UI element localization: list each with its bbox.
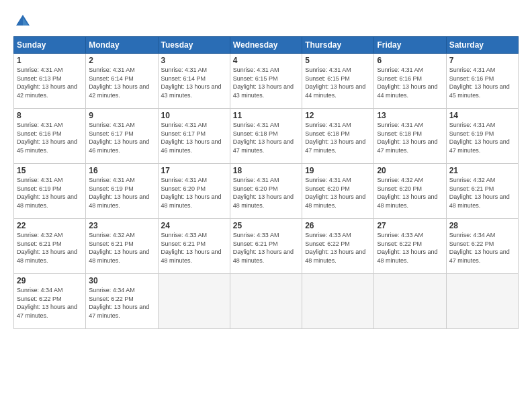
day-number: 25	[233, 221, 299, 230]
weekday-tuesday: Tuesday	[158, 37, 230, 54]
day-info: Sunrise: 4:31 AM Sunset: 6:16 PM Dayligh…	[377, 66, 443, 99]
week-row: 15Sunrise: 4:31 AM Sunset: 6:19 PM Dayli…	[14, 164, 519, 219]
day-number: 22	[17, 221, 83, 230]
day-cell: 17Sunrise: 4:31 AM Sunset: 6:20 PM Dayli…	[158, 164, 230, 219]
day-number: 27	[377, 221, 443, 230]
day-info: Sunrise: 4:31 AM Sunset: 6:14 PM Dayligh…	[89, 66, 154, 99]
day-info: Sunrise: 4:31 AM Sunset: 6:20 PM Dayligh…	[233, 176, 299, 210]
day-number: 13	[377, 111, 443, 120]
day-number: 15	[17, 166, 83, 175]
day-info: Sunrise: 4:32 AM Sunset: 6:21 PM Dayligh…	[17, 231, 83, 265]
day-info: Sunrise: 4:31 AM Sunset: 6:18 PM Dayligh…	[305, 121, 371, 154]
day-number: 29	[17, 276, 83, 285]
day-number: 9	[89, 111, 154, 120]
day-number: 28	[449, 221, 515, 230]
day-cell	[230, 274, 302, 329]
day-cell: 25Sunrise: 4:33 AM Sunset: 6:21 PM Dayli…	[230, 219, 302, 274]
day-cell: 5Sunrise: 4:31 AM Sunset: 6:15 PM Daylig…	[302, 54, 374, 109]
day-cell: 27Sunrise: 4:33 AM Sunset: 6:22 PM Dayli…	[374, 219, 446, 274]
day-info: Sunrise: 4:31 AM Sunset: 6:14 PM Dayligh…	[161, 66, 227, 99]
day-cell: 7Sunrise: 4:31 AM Sunset: 6:16 PM Daylig…	[446, 54, 518, 109]
day-number: 10	[161, 111, 227, 120]
day-number: 19	[305, 166, 371, 175]
day-info: Sunrise: 4:31 AM Sunset: 6:19 PM Dayligh…	[449, 121, 515, 154]
day-number: 24	[161, 221, 227, 230]
weekday-header-row: SundayMondayTuesdayWednesdayThursdayFrid…	[14, 37, 519, 54]
day-info: Sunrise: 4:31 AM Sunset: 6:17 PM Dayligh…	[161, 121, 227, 154]
day-cell: 10Sunrise: 4:31 AM Sunset: 6:17 PM Dayli…	[158, 109, 230, 164]
day-info: Sunrise: 4:31 AM Sunset: 6:15 PM Dayligh…	[305, 66, 371, 99]
day-info: Sunrise: 4:34 AM Sunset: 6:22 PM Dayligh…	[17, 286, 83, 320]
day-number: 7	[449, 56, 515, 65]
day-cell: 6Sunrise: 4:31 AM Sunset: 6:16 PM Daylig…	[374, 54, 446, 109]
day-cell: 23Sunrise: 4:32 AM Sunset: 6:21 PM Dayli…	[86, 219, 158, 274]
day-cell: 26Sunrise: 4:33 AM Sunset: 6:22 PM Dayli…	[302, 219, 374, 274]
day-info: Sunrise: 4:34 AM Sunset: 6:22 PM Dayligh…	[89, 286, 154, 320]
day-info: Sunrise: 4:32 AM Sunset: 6:21 PM Dayligh…	[449, 176, 515, 210]
day-cell: 13Sunrise: 4:31 AM Sunset: 6:18 PM Dayli…	[374, 109, 446, 164]
day-cell: 1Sunrise: 4:31 AM Sunset: 6:13 PM Daylig…	[14, 54, 86, 109]
day-number: 2	[89, 56, 154, 65]
calendar: SundayMondayTuesdayWednesdayThursdayFrid…	[13, 36, 519, 329]
weekday-friday: Friday	[374, 37, 446, 54]
day-cell: 8Sunrise: 4:31 AM Sunset: 6:16 PM Daylig…	[14, 109, 86, 164]
weekday-sunday: Sunday	[14, 37, 86, 54]
day-cell: 11Sunrise: 4:31 AM Sunset: 6:18 PM Dayli…	[230, 109, 302, 164]
day-cell: 16Sunrise: 4:31 AM Sunset: 6:19 PM Dayli…	[86, 164, 158, 219]
day-info: Sunrise: 4:33 AM Sunset: 6:21 PM Dayligh…	[233, 231, 299, 265]
day-info: Sunrise: 4:31 AM Sunset: 6:13 PM Dayligh…	[17, 66, 83, 99]
day-cell: 15Sunrise: 4:31 AM Sunset: 6:19 PM Dayli…	[14, 164, 86, 219]
day-cell	[158, 274, 230, 329]
day-number: 26	[305, 221, 371, 230]
day-info: Sunrise: 4:33 AM Sunset: 6:22 PM Dayligh…	[377, 231, 443, 265]
day-cell	[446, 274, 518, 329]
day-info: Sunrise: 4:31 AM Sunset: 6:15 PM Dayligh…	[233, 66, 299, 99]
day-number: 14	[449, 111, 515, 120]
day-info: Sunrise: 4:31 AM Sunset: 6:19 PM Dayligh…	[17, 176, 83, 210]
day-info: Sunrise: 4:32 AM Sunset: 6:20 PM Dayligh…	[377, 176, 443, 210]
day-number: 12	[305, 111, 371, 120]
day-cell: 12Sunrise: 4:31 AM Sunset: 6:18 PM Dayli…	[302, 109, 374, 164]
day-info: Sunrise: 4:33 AM Sunset: 6:22 PM Dayligh…	[305, 231, 371, 265]
day-cell: 18Sunrise: 4:31 AM Sunset: 6:20 PM Dayli…	[230, 164, 302, 219]
day-info: Sunrise: 4:31 AM Sunset: 6:20 PM Dayligh…	[161, 176, 227, 210]
day-cell: 24Sunrise: 4:33 AM Sunset: 6:21 PM Dayli…	[158, 219, 230, 274]
day-number: 11	[233, 111, 299, 120]
week-row: 29Sunrise: 4:34 AM Sunset: 6:22 PM Dayli…	[14, 274, 519, 329]
day-cell: 4Sunrise: 4:31 AM Sunset: 6:15 PM Daylig…	[230, 54, 302, 109]
day-info: Sunrise: 4:33 AM Sunset: 6:21 PM Dayligh…	[161, 231, 227, 265]
day-number: 20	[377, 166, 443, 175]
day-info: Sunrise: 4:32 AM Sunset: 6:21 PM Dayligh…	[89, 231, 154, 265]
day-cell: 9Sunrise: 4:31 AM Sunset: 6:17 PM Daylig…	[86, 109, 158, 164]
day-cell: 21Sunrise: 4:32 AM Sunset: 6:21 PM Dayli…	[446, 164, 518, 219]
day-number: 16	[89, 166, 154, 175]
day-number: 5	[305, 56, 371, 65]
day-number: 17	[161, 166, 227, 175]
day-number: 1	[17, 56, 83, 65]
day-cell: 14Sunrise: 4:31 AM Sunset: 6:19 PM Dayli…	[446, 109, 518, 164]
day-info: Sunrise: 4:31 AM Sunset: 6:19 PM Dayligh…	[89, 176, 154, 210]
day-number: 4	[233, 56, 299, 65]
day-cell: 28Sunrise: 4:34 AM Sunset: 6:22 PM Dayli…	[446, 219, 518, 274]
weekday-saturday: Saturday	[446, 37, 518, 54]
weekday-wednesday: Wednesday	[230, 37, 302, 54]
day-number: 21	[449, 166, 515, 175]
day-number: 18	[233, 166, 299, 175]
day-info: Sunrise: 4:31 AM Sunset: 6:17 PM Dayligh…	[89, 121, 154, 154]
day-info: Sunrise: 4:31 AM Sunset: 6:16 PM Dayligh…	[449, 66, 515, 99]
logo-icon	[13, 12, 32, 31]
logo	[13, 12, 35, 31]
day-number: 8	[17, 111, 83, 120]
week-row: 22Sunrise: 4:32 AM Sunset: 6:21 PM Dayli…	[14, 219, 519, 274]
day-info: Sunrise: 4:31 AM Sunset: 6:16 PM Dayligh…	[17, 121, 83, 154]
day-cell: 19Sunrise: 4:31 AM Sunset: 6:20 PM Dayli…	[302, 164, 374, 219]
day-info: Sunrise: 4:31 AM Sunset: 6:18 PM Dayligh…	[233, 121, 299, 154]
page: SundayMondayTuesdayWednesdayThursdayFrid…	[0, 0, 532, 411]
weekday-monday: Monday	[86, 37, 158, 54]
day-info: Sunrise: 4:31 AM Sunset: 6:20 PM Dayligh…	[305, 176, 371, 210]
day-number: 6	[377, 56, 443, 65]
day-cell: 20Sunrise: 4:32 AM Sunset: 6:20 PM Dayli…	[374, 164, 446, 219]
header	[13, 12, 519, 31]
week-row: 1Sunrise: 4:31 AM Sunset: 6:13 PM Daylig…	[14, 54, 519, 109]
day-number: 3	[161, 56, 227, 65]
